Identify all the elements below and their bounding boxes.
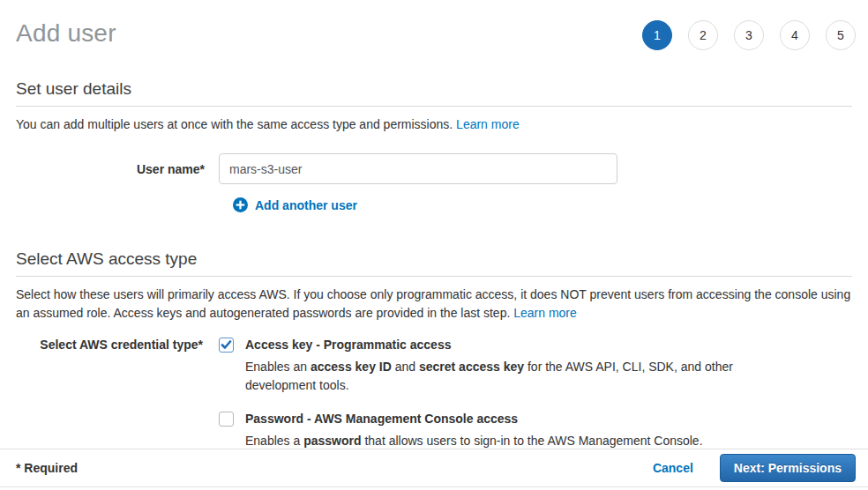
- access-key-checkbox[interactable]: [219, 338, 234, 353]
- access-key-option-content: Access key - Programmatic access Enables…: [245, 338, 767, 395]
- username-label: User name*: [16, 162, 219, 176]
- credential-type-label: Select AWS credential type*: [16, 338, 219, 353]
- checkmark-icon: [221, 339, 232, 351]
- username-row: User name*: [16, 153, 852, 184]
- user-details-intro-text: You can add multiple users at once with …: [16, 117, 456, 131]
- password-option-title: Password - AWS Management Console access: [245, 412, 703, 427]
- credential-type-block: Select AWS credential type* Access key -…: [16, 338, 852, 450]
- password-option-description: Enables a password that allows users to …: [245, 432, 703, 450]
- user-details-heading: Set user details: [16, 79, 852, 107]
- next-permissions-button[interactable]: Next: Permissions: [720, 454, 856, 482]
- wizard-footer: * Required Cancel Next: Permissions: [0, 449, 868, 487]
- user-details-intro: You can add multiple users at once with …: [16, 115, 852, 134]
- add-another-user-row: Add another user: [233, 197, 852, 212]
- step-4[interactable]: 4: [780, 20, 810, 50]
- add-icon: [233, 197, 248, 212]
- step-3[interactable]: 3: [734, 20, 764, 50]
- wizard-step-indicator: 1 2 3 4 5: [642, 20, 856, 50]
- access-type-intro: Select how these users will primarily ac…: [16, 286, 852, 323]
- add-another-user-label: Add another user: [255, 198, 357, 212]
- credential-option-access-key: Select AWS credential type* Access key -…: [16, 338, 852, 395]
- step-1[interactable]: 1: [642, 20, 672, 50]
- page-title: Add user: [16, 19, 116, 48]
- add-another-user-button[interactable]: Add another user: [233, 197, 357, 212]
- username-input[interactable]: [219, 153, 617, 184]
- wizard-header: Add user 1 2 3 4 5: [0, 0, 868, 50]
- step-5[interactable]: 5: [826, 20, 856, 50]
- access-type-intro-text: Select how these users will primarily ac…: [16, 287, 850, 320]
- credential-option-password: Select AWS credential type* Password - A…: [16, 412, 852, 450]
- access-key-option-description: Enables an access key ID and secret acce…: [245, 358, 767, 395]
- section-access-type: Select AWS access type Select how these …: [0, 249, 868, 450]
- password-option-content: Password - AWS Management Console access…: [245, 412, 703, 450]
- footer-actions: Cancel Next: Permissions: [653, 454, 856, 482]
- step-2[interactable]: 2: [688, 20, 718, 50]
- password-checkbox[interactable]: [219, 412, 234, 427]
- access-type-heading: Select AWS access type: [16, 249, 852, 277]
- required-note: * Required: [16, 461, 78, 475]
- learn-more-link-access-type[interactable]: Learn more: [513, 306, 577, 320]
- access-key-option-title: Access key - Programmatic access: [245, 338, 767, 353]
- learn-more-link-user-details[interactable]: Learn more: [456, 117, 520, 131]
- section-user-details: Set user details You can add multiple us…: [0, 79, 868, 212]
- cancel-button[interactable]: Cancel: [653, 461, 693, 475]
